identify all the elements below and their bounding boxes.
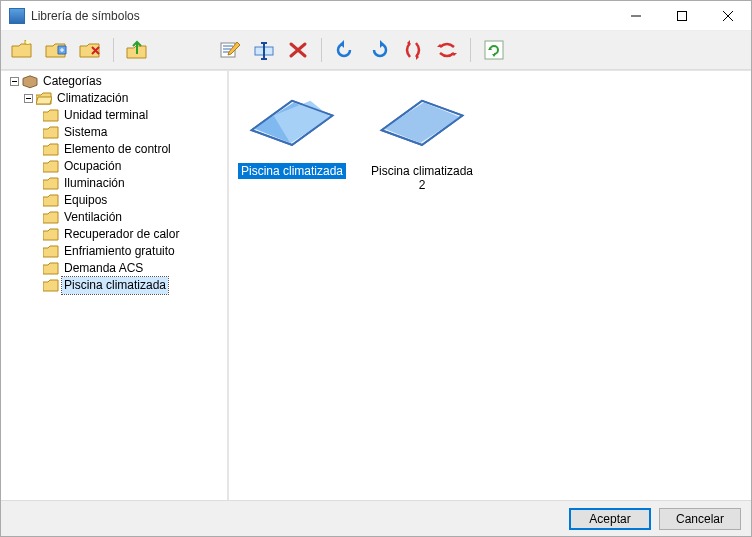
toolbar-separator	[113, 38, 114, 62]
symbol-item[interactable]: Piscina climatizada 2	[367, 85, 477, 193]
flip-horizontal-button[interactable]	[398, 35, 428, 65]
folder-open-icon	[36, 92, 52, 106]
symbol-thumbnail	[374, 85, 470, 157]
svg-marker-41	[43, 246, 58, 257]
svg-marker-4	[12, 44, 31, 57]
symbol-item[interactable]: Piscina climatizada	[237, 85, 347, 179]
folder-icon	[43, 262, 59, 276]
folder-icon	[43, 279, 59, 293]
svg-marker-28	[23, 75, 37, 87]
tree-item[interactable]: Equipos	[5, 192, 223, 209]
tree-item[interactable]: Iluminación	[5, 175, 223, 192]
tree-item-label: Ocupación	[62, 158, 123, 175]
cancel-button[interactable]: Cancelar	[659, 508, 741, 530]
toolbar	[1, 31, 751, 70]
rotate-left-button[interactable]	[330, 35, 360, 65]
symbol-label: Piscina climatizada 2	[367, 163, 477, 193]
expander-icon[interactable]	[23, 93, 34, 104]
tree-item-label: Ventilación	[62, 209, 124, 226]
titlebar: Librería de símbolos	[1, 1, 751, 31]
category-tree[interactable]: Categorías Climatización Unidad terminal…	[1, 71, 229, 500]
tree-label: Climatización	[55, 90, 130, 107]
minimize-button[interactable]	[613, 1, 659, 31]
symbol-thumbnail	[244, 85, 340, 157]
svg-marker-42	[43, 263, 58, 274]
dialog-footer: Aceptar Cancelar	[1, 500, 751, 536]
folder-icon	[43, 126, 59, 140]
svg-marker-35	[43, 144, 58, 155]
svg-marker-49	[383, 103, 460, 143]
tree-item[interactable]: Recuperador de calor	[5, 226, 223, 243]
svg-marker-43	[43, 280, 58, 291]
folder-icon	[43, 109, 59, 123]
tree-item[interactable]: Elemento de control	[5, 141, 223, 158]
tree-item-label: Piscina climatizada	[62, 277, 168, 294]
cancel-label: Cancelar	[676, 512, 724, 526]
rotate-right-button[interactable]	[364, 35, 394, 65]
svg-marker-39	[43, 212, 58, 223]
tree-item[interactable]: Ocupación	[5, 158, 223, 175]
edit-button[interactable]	[215, 35, 245, 65]
tree-item-label: Equipos	[62, 192, 109, 209]
tree-item[interactable]: Unidad terminal	[5, 107, 223, 124]
rename-button[interactable]	[249, 35, 279, 65]
svg-marker-40	[43, 229, 58, 240]
tree-item[interactable]: Enfriamiento gratuito	[5, 243, 223, 260]
svg-marker-34	[43, 127, 58, 138]
app-icon	[9, 8, 25, 24]
tree-item-label: Elemento de control	[62, 141, 173, 158]
tree-group-node[interactable]: Climatización	[5, 90, 223, 107]
accept-label: Aceptar	[589, 512, 630, 526]
svg-marker-38	[43, 195, 58, 206]
svg-marker-37	[43, 178, 58, 189]
refresh-button[interactable]	[479, 35, 509, 65]
folder-icon	[43, 143, 59, 157]
window-title: Librería de símbolos	[31, 9, 613, 23]
svg-point-6	[26, 40, 30, 44]
tree-item-label: Sistema	[62, 124, 109, 141]
expander-icon[interactable]	[9, 76, 20, 87]
svg-marker-18	[380, 40, 384, 48]
symbol-panel[interactable]: Piscina climatizadaPiscina climatizada 2	[229, 71, 751, 500]
svg-marker-33	[43, 110, 58, 121]
tree-label: Categorías	[41, 73, 104, 90]
delete-button[interactable]	[283, 35, 313, 65]
open-folder-button[interactable]	[41, 35, 71, 65]
tree-item[interactable]: Demanda ACS	[5, 260, 223, 277]
tree-item-label: Iluminación	[62, 175, 127, 192]
close-button[interactable]	[705, 1, 751, 31]
tree-item[interactable]: Sistema	[5, 124, 223, 141]
tree-item[interactable]: Piscina climatizada	[5, 277, 223, 294]
folder-icon	[43, 160, 59, 174]
folder-icon	[43, 211, 59, 225]
content-area: Categorías Climatización Unidad terminal…	[1, 70, 751, 500]
new-folder-button[interactable]	[7, 35, 37, 65]
folder-icon	[43, 228, 59, 242]
svg-marker-32	[36, 97, 52, 104]
tree-item-label: Enfriamiento gratuito	[62, 243, 177, 260]
tree-root-node[interactable]: Categorías	[5, 73, 223, 90]
toolbar-separator	[321, 38, 322, 62]
export-folder-button[interactable]	[122, 35, 152, 65]
toolbar-separator	[470, 38, 471, 62]
symbol-label: Piscina climatizada	[238, 163, 346, 179]
delete-folder-button[interactable]	[75, 35, 105, 65]
tree-item-label: Unidad terminal	[62, 107, 150, 124]
box-icon	[22, 75, 38, 89]
tree-item-label: Demanda ACS	[62, 260, 145, 277]
flip-vertical-button[interactable]	[432, 35, 462, 65]
accept-button[interactable]: Aceptar	[569, 508, 651, 530]
folder-icon	[43, 177, 59, 191]
tree-item[interactable]: Ventilación	[5, 209, 223, 226]
folder-icon	[43, 245, 59, 259]
svg-marker-17	[340, 40, 344, 48]
maximize-button[interactable]	[659, 1, 705, 31]
svg-rect-1	[678, 11, 687, 20]
folder-icon	[43, 194, 59, 208]
tree-item-label: Recuperador de calor	[62, 226, 181, 243]
svg-marker-36	[43, 161, 58, 172]
